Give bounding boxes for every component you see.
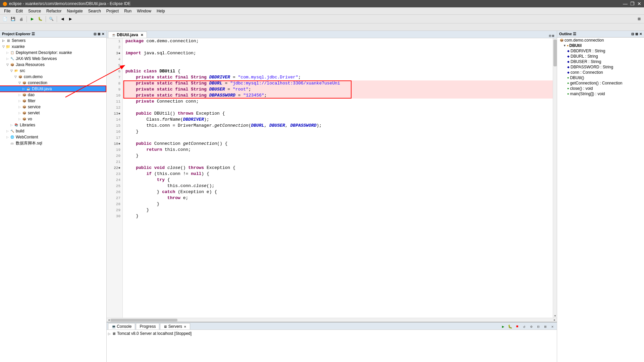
open-perspective[interactable]: ⊞ xyxy=(635,15,643,23)
editor-tab-dbutil[interactable]: ☕ DBUtil.java ✕ xyxy=(108,32,147,38)
tree-servlet[interactable]: ▷ 📦 servlet xyxy=(0,110,106,116)
back-button[interactable]: ◀ xyxy=(59,15,66,23)
outline-dbutil-ctor[interactable]: ● DBUtil() xyxy=(557,75,644,80)
outline-dbutil-class[interactable]: ▼ ● DBUtil xyxy=(557,43,644,48)
scroll-right-icon[interactable]: ▶ xyxy=(554,318,555,321)
menu-edit[interactable]: Edit xyxy=(13,8,25,14)
tree-filter[interactable]: ▷ 📦 filter xyxy=(0,98,106,104)
minimize-button[interactable]: — xyxy=(623,1,628,6)
tree-deployment[interactable]: ▷ 📋 Deployment Descriptor: xuanke xyxy=(0,50,106,56)
code-editor[interactable]: package com.demo.connection; import java… xyxy=(123,38,553,318)
tree-vo[interactable]: ▷ 📦 vo xyxy=(0,116,106,122)
tree-libraries[interactable]: ▷ 📚 Libraries xyxy=(0,122,106,128)
scroll-left-icon[interactable]: ◀ xyxy=(108,318,110,321)
h-scroll-thumb[interactable] xyxy=(110,319,177,321)
menu-navigate[interactable]: Navigate xyxy=(64,8,85,14)
outline-getconnection[interactable]: ● getConnection() : Connection xyxy=(557,80,644,86)
tree-build[interactable]: ▷ 🔨 build xyxy=(0,128,106,134)
tree-dao[interactable]: ▷ 📦 dao xyxy=(0,92,106,98)
pe-minimize-icon[interactable]: ⊟ xyxy=(94,32,96,36)
menu-file[interactable]: File xyxy=(1,8,13,14)
dbuser-label: DBUSER : String xyxy=(571,59,601,64)
tree-jaxws[interactable]: ▷ 🔧 JAX-WS Web Services xyxy=(0,56,106,62)
console-expand-arrow[interactable]: ▷ xyxy=(108,332,111,336)
menu-project[interactable]: Project xyxy=(104,8,121,14)
tree-connection[interactable]: ▽ 📦 connection xyxy=(0,80,106,86)
tree-src[interactable]: ▽ 📂 src xyxy=(0,68,106,74)
tree-service[interactable]: ▷ 📦 service xyxy=(0,104,106,110)
tree-xuanke[interactable]: ▽ 📁 xuanke xyxy=(0,44,106,50)
horizontal-scrollbar[interactable]: ◀ ▶ xyxy=(107,318,557,322)
servers-tab-close[interactable]: ✕ xyxy=(184,325,186,328)
tree-dbutil-java[interactable]: ▷ ☕ DBUtil.java xyxy=(0,86,106,92)
outline-conn[interactable]: ◆ conn : Connection xyxy=(557,70,644,75)
editor-scrollbar[interactable]: ▼ xyxy=(553,38,557,318)
search-button[interactable]: 🔍 xyxy=(48,15,55,23)
outline-dbpassword[interactable]: ◆ DBPASSWORD : String xyxy=(557,64,644,70)
maximize-editor-icon[interactable]: ⊠ xyxy=(552,34,554,38)
outline-dbdriver[interactable]: ◆ DBDRIVER : String xyxy=(557,48,644,54)
pe-close-icon[interactable]: ✕ xyxy=(102,32,104,36)
bp-restart-icon[interactable]: ↺ xyxy=(521,323,527,329)
bp-close-icon[interactable]: ✕ xyxy=(549,323,555,329)
debug-button[interactable]: 🐛 xyxy=(37,15,44,23)
menu-source[interactable]: Source xyxy=(25,8,44,14)
outline-main[interactable]: ● main(String[]) : void xyxy=(557,91,644,97)
outline-dbuser[interactable]: ◆ DBUSER : String xyxy=(557,59,644,64)
menu-window[interactable]: Window xyxy=(134,8,154,14)
pe-maximize-icon[interactable]: ⊠ xyxy=(98,32,100,36)
outline-dburl[interactable]: ◆ DBURL : String xyxy=(557,54,644,59)
console-item[interactable]: ▷ 🖥 Tomcat v8.0 Server at localhost [Sto… xyxy=(108,331,555,336)
scroll-thumb[interactable] xyxy=(553,40,557,66)
print-button[interactable]: 🖨 xyxy=(17,15,25,23)
outline-maximize-icon[interactable]: ⊠ xyxy=(635,32,638,36)
outline-minimize-icon[interactable]: ⊟ xyxy=(631,32,634,36)
forward-button[interactable]: ▶ xyxy=(67,15,74,23)
bp-run-icon[interactable]: ▶ xyxy=(500,323,506,329)
tree-servers[interactable]: ▷ 🖥 Servers xyxy=(0,38,106,44)
tree-sql[interactable]: 🗃 数据库脚本.sql xyxy=(0,140,106,146)
tab-servers[interactable]: 🖥 Servers ✕ xyxy=(160,323,190,329)
close-button[interactable]: ✕ xyxy=(637,1,641,6)
outline-close[interactable]: ● close() : void xyxy=(557,86,644,91)
webcontent-label: WebContent xyxy=(16,135,38,139)
code-line-13: public DBUtil() throws Exception { xyxy=(123,111,553,117)
servlet-label: servlet xyxy=(28,111,40,115)
tab-close-icon[interactable]: ✕ xyxy=(141,33,143,37)
window-controls[interactable]: — ❐ ✕ xyxy=(623,1,641,6)
outline-close-icon[interactable]: ✕ xyxy=(639,32,642,36)
pe-controls[interactable]: ⊟ ⊠ ✕ xyxy=(94,32,104,36)
line-7: 7 xyxy=(107,74,122,80)
code-line-26: } catch (Exception e) { xyxy=(123,189,553,195)
bp-minimize-icon[interactable]: ⊟ xyxy=(535,323,541,329)
bp-stop-icon[interactable]: ■ xyxy=(514,323,520,329)
bp-config-icon[interactable]: ⚙ xyxy=(528,323,534,329)
toolbar-sep-3 xyxy=(57,16,57,22)
code-line-17 xyxy=(123,135,553,141)
bottom-panel: 💻 Console Progress 🖥 Servers ✕ ▶ 🐛 ■ xyxy=(107,322,557,362)
scroll-down-icon[interactable]: ▼ xyxy=(553,314,557,318)
save-button[interactable]: 💾 xyxy=(9,15,17,23)
servers-arrow-icon: ▷ xyxy=(1,39,5,42)
maximize-button[interactable]: ❐ xyxy=(630,1,635,6)
menu-help[interactable]: Help xyxy=(154,8,168,14)
run-button[interactable]: ▶ xyxy=(29,15,36,23)
line-30: 30 xyxy=(107,213,122,219)
tree-webcontent[interactable]: ▷ 🌐 WebContent xyxy=(0,134,106,140)
menu-refactor[interactable]: Refactor xyxy=(44,8,64,14)
outline-controls[interactable]: ⊟ ⊠ ✕ xyxy=(631,32,642,36)
tree-com-demo[interactable]: ▽ 📦 com.demo xyxy=(0,74,106,80)
tree-java-resources[interactable]: ▽ 📦 Java Resources xyxy=(0,62,106,68)
bp-debug-icon[interactable]: 🐛 xyxy=(507,323,513,329)
new-button[interactable]: 📄 xyxy=(1,15,9,23)
tab-progress[interactable]: Progress xyxy=(136,323,159,329)
menu-search[interactable]: Search xyxy=(86,8,104,14)
line-14: 14 xyxy=(107,117,122,123)
src-arrow-icon: ▽ xyxy=(9,69,13,72)
dao-arrow-icon: ▷ xyxy=(17,93,21,97)
bp-maximize-icon[interactable]: ⊠ xyxy=(542,323,548,329)
outline-package[interactable]: 📦 com.demo.connection xyxy=(557,38,644,43)
minimize-editor-icon[interactable]: ⊟ xyxy=(549,34,551,38)
menu-run[interactable]: Run xyxy=(121,8,134,14)
tab-console[interactable]: 💻 Console xyxy=(108,323,135,329)
